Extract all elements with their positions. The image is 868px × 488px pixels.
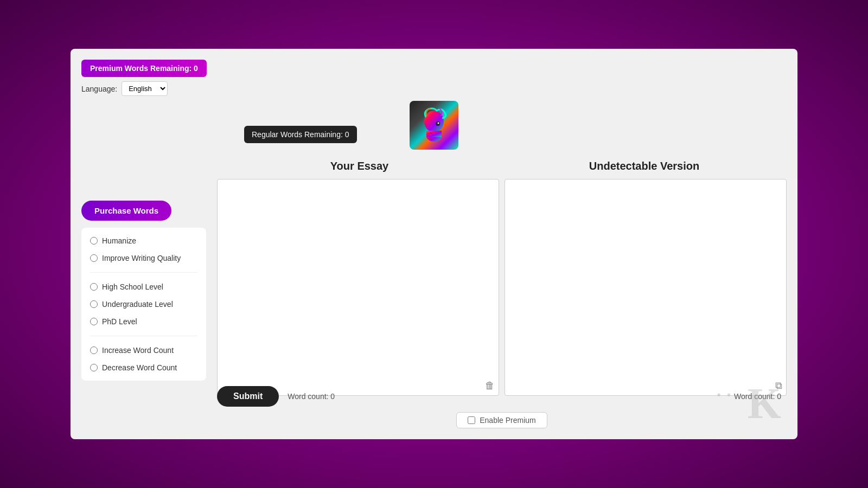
submit-button[interactable]: Submit	[217, 386, 279, 407]
enable-premium-label[interactable]: Enable Premium	[456, 412, 547, 428]
option-phd-label: PhD Level	[102, 317, 137, 326]
essay-textarea[interactable]	[217, 179, 499, 396]
undetectable-textarea[interactable]	[505, 179, 787, 396]
svg-point-4	[438, 123, 439, 124]
premium-badge: Premium Words Remaining: 0	[81, 60, 207, 77]
option-highschool-label: High School Level	[102, 282, 163, 291]
text-areas: 🗑 ⧉	[217, 179, 787, 396]
radio-highschool[interactable]	[90, 283, 98, 291]
sidebar-divider-2	[90, 336, 197, 336]
option-improve-label: Improve Writing Quality	[102, 254, 181, 262]
option-humanize[interactable]: Humanize	[90, 236, 197, 245]
sidebar-options: Humanize Improve Writing Quality High Sc…	[81, 228, 206, 381]
radio-increase[interactable]	[90, 346, 98, 354]
option-decrease[interactable]: Decrease Word Count	[90, 363, 197, 372]
undetectable-heading: Undetectable Version	[502, 160, 787, 172]
radio-phd[interactable]	[90, 318, 98, 325]
language-row: Language: English Spanish French German	[81, 81, 168, 96]
svg-point-0	[424, 111, 444, 132]
bottom-row: Submit Word count: 0 Word count: 0	[217, 386, 787, 407]
option-improve[interactable]: Improve Writing Quality	[90, 254, 197, 262]
enable-premium-row: Enable Premium	[217, 412, 787, 428]
logo-area	[410, 101, 458, 150]
option-highschool[interactable]: High School Level	[90, 282, 197, 291]
radio-humanize[interactable]	[90, 237, 98, 245]
option-phd[interactable]: PhD Level	[90, 317, 197, 326]
option-decrease-label: Decrease Word Count	[102, 363, 177, 372]
essay-heading: Your Essay	[217, 160, 502, 172]
radio-undergrad[interactable]	[90, 300, 98, 308]
radio-improve[interactable]	[90, 254, 98, 262]
essay-wrapper: 🗑	[217, 179, 499, 396]
radio-decrease[interactable]	[90, 364, 98, 371]
svg-rect-2	[426, 131, 442, 137]
option-undergrad-label: Undergraduate Level	[102, 300, 173, 309]
option-increase[interactable]: Increase Word Count	[90, 346, 197, 355]
undetectable-wrapper: ⧉	[505, 179, 787, 396]
option-undergrad[interactable]: Undergraduate Level	[90, 300, 197, 309]
language-select[interactable]: English Spanish French German	[122, 81, 168, 96]
enable-premium-checkbox[interactable]	[468, 416, 475, 424]
col-headings: Your Essay Undetectable Version	[217, 160, 787, 172]
enable-premium-text: Enable Premium	[480, 416, 536, 425]
sidebar-divider-1	[90, 272, 197, 273]
essay-word-count: Word count: 0	[288, 392, 335, 401]
main-window: Premium Words Remaining: 0 Language: Eng…	[71, 49, 797, 439]
logo-image	[410, 101, 458, 150]
logo-svg	[415, 106, 453, 144]
option-humanize-label: Humanize	[102, 236, 136, 245]
language-label: Language:	[81, 85, 117, 93]
purchase-words-button[interactable]: Purchase Words	[81, 201, 171, 221]
regular-words-tooltip: Regular Words Remaining: 0	[244, 126, 357, 143]
option-increase-label: Increase Word Count	[102, 346, 174, 355]
undetectable-word-count: Word count: 0	[734, 392, 781, 401]
